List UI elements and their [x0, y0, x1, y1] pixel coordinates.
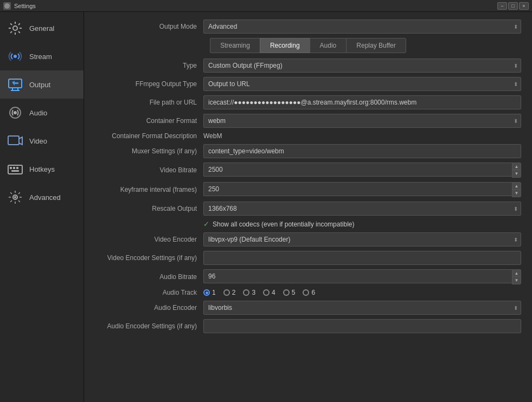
- ffmpeg-output-type-control: Output to URL Output to File: [203, 77, 521, 91]
- maximize-button[interactable]: □: [508, 2, 518, 10]
- video-bitrate-spinbox: ▲ ▼: [512, 163, 522, 178]
- type-select[interactable]: Custom Output (FFmpeg) Standard: [203, 59, 521, 73]
- keyframe-interval-input[interactable]: [203, 182, 512, 196]
- muxer-settings-label: Muxer Settings (if any): [95, 147, 203, 155]
- keyframe-interval-spinbox: ▲ ▼: [512, 182, 522, 197]
- muxer-settings-row: Muxer Settings (if any): [95, 144, 521, 158]
- sidebar-label-audio: Audio: [29, 109, 47, 117]
- video-bitrate-input[interactable]: [203, 163, 512, 177]
- sidebar-item-video[interactable]: Video: [0, 127, 84, 155]
- audio-track-label-2: 2: [232, 289, 236, 296]
- ffmpeg-output-type-select[interactable]: Output to URL Output to File: [203, 77, 521, 91]
- audio-track-label-6: 6: [311, 289, 315, 296]
- type-control: Custom Output (FFmpeg) Standard: [203, 59, 521, 73]
- audio-bitrate-input[interactable]: [203, 269, 512, 283]
- sidebar-label-general: General: [29, 24, 54, 33]
- tab-recording[interactable]: Recording: [260, 38, 310, 53]
- container-format-desc-value: WebM: [203, 130, 222, 142]
- title-bar-icon: [3, 2, 11, 10]
- audio-track-2[interactable]: 2: [223, 289, 236, 296]
- radio-circle-3: [243, 289, 249, 296]
- container-format-desc-control: WebM: [203, 132, 521, 140]
- gear-icon: [7, 20, 24, 37]
- keyframe-interval-up[interactable]: ▲: [512, 183, 521, 190]
- rescale-output-label: Rescale Output: [95, 205, 203, 212]
- title-bar-title: Settings: [14, 3, 497, 9]
- audio-bitrate-up[interactable]: ▲: [512, 270, 521, 277]
- sidebar-label-output: Output: [29, 81, 50, 89]
- ffmpeg-output-type-row: FFmpeg Output Type Output to URL Output …: [95, 77, 521, 91]
- output-mode-label: Output Mode: [95, 23, 203, 30]
- audio-track-5[interactable]: 5: [283, 289, 296, 296]
- show-all-codecs-label: Show all codecs (even if potentially inc…: [213, 221, 354, 228]
- sidebar-item-output[interactable]: Output: [0, 70, 84, 99]
- keyframe-interval-control: ▲ ▼: [203, 182, 521, 197]
- video-bitrate-down[interactable]: ▼: [512, 170, 521, 177]
- show-all-codecs-row: ✓ Show all codecs (even if potentially i…: [95, 220, 521, 228]
- audio-track-control: 1 2 3 4: [203, 289, 521, 296]
- keyframe-interval-label: Keyframe interval (frames): [95, 186, 203, 193]
- audio-icon: [7, 104, 24, 121]
- tabs-row: Streaming Recording Audio Replay Buffer: [95, 38, 521, 53]
- audio-track-1[interactable]: 1: [203, 289, 216, 296]
- title-bar: Settings − □ ×: [0, 0, 532, 12]
- audio-encoder-label: Audio Encoder: [95, 304, 203, 312]
- hotkeys-icon: [7, 160, 24, 178]
- video-encoder-settings-input[interactable]: [203, 251, 521, 265]
- audio-bitrate-spinbox: ▲ ▼: [512, 269, 522, 284]
- video-icon: [7, 132, 24, 150]
- audio-encoder-control: libvorbis aac mp3: [203, 301, 521, 315]
- minimize-button[interactable]: −: [497, 2, 507, 10]
- audio-encoder-settings-control: [203, 319, 521, 333]
- audio-encoder-settings-input[interactable]: [203, 319, 521, 333]
- sidebar-label-stream: Stream: [29, 53, 52, 61]
- audio-track-label-1: 1: [212, 289, 216, 296]
- video-bitrate-up[interactable]: ▲: [512, 163, 521, 170]
- rescale-output-select[interactable]: 1366x768 1920x1080 1280x720: [203, 202, 521, 216]
- svg-rect-14: [11, 170, 19, 172]
- container-format-control: webm mp4 mkv: [203, 114, 521, 128]
- sidebar-item-hotkeys[interactable]: Hotkeys: [0, 155, 84, 183]
- output-icon: [7, 76, 24, 93]
- type-label: Type: [95, 62, 203, 69]
- video-encoder-select[interactable]: libvpx-vp9 (Default Encoder) libx264 nve…: [203, 232, 521, 247]
- audio-encoder-select[interactable]: libvorbis aac mp3: [203, 301, 521, 315]
- rescale-output-control: 1366x768 1920x1080 1280x720: [203, 202, 521, 216]
- muxer-settings-input[interactable]: [203, 144, 521, 158]
- file-path-input[interactable]: [203, 95, 521, 109]
- svg-rect-13: [16, 167, 18, 169]
- output-mode-select[interactable]: Advanced Simple: [203, 20, 521, 34]
- sidebar-item-advanced[interactable]: Advanced: [0, 183, 84, 211]
- video-bitrate-control: ▲ ▼: [203, 163, 521, 178]
- sidebar-item-audio[interactable]: Audio: [0, 99, 84, 127]
- audio-track-4[interactable]: 4: [263, 289, 275, 296]
- video-encoder-control: libvpx-vp9 (Default Encoder) libx264 nve…: [203, 232, 521, 247]
- tab-streaming[interactable]: Streaming: [210, 38, 260, 53]
- tab-audio[interactable]: Audio: [310, 38, 347, 53]
- keyframe-interval-down[interactable]: ▼: [512, 190, 521, 197]
- radio-circle-5: [283, 289, 290, 296]
- muxer-settings-control: [203, 144, 521, 158]
- sidebar-item-general[interactable]: General: [0, 14, 84, 42]
- audio-track-3[interactable]: 3: [243, 289, 255, 296]
- container-format-row: Container Format webm mp4 mkv: [95, 114, 521, 128]
- audio-bitrate-down[interactable]: ▼: [512, 277, 521, 284]
- sidebar-item-stream[interactable]: Stream: [0, 42, 84, 70]
- tab-replay-buffer[interactable]: Replay Buffer: [346, 38, 406, 53]
- stream-icon: [7, 48, 24, 65]
- container-format-select[interactable]: webm mp4 mkv: [203, 114, 521, 128]
- audio-track-6[interactable]: 6: [303, 289, 315, 296]
- container-format-label: Container Format: [95, 117, 203, 125]
- audio-track-radio-group: 1 2 3 4: [203, 289, 521, 296]
- file-path-label: File path or URL: [95, 99, 203, 106]
- ffmpeg-output-type-label: FFmpeg Output Type: [95, 80, 203, 88]
- radio-circle-1: [203, 289, 210, 296]
- file-path-row: File path or URL: [95, 95, 521, 109]
- audio-bitrate-row: Audio Bitrate ▲ ▼: [95, 269, 521, 284]
- audio-encoder-settings-row: Audio Encoder Settings (if any): [95, 319, 521, 333]
- close-button[interactable]: ×: [519, 2, 529, 10]
- audio-track-label-4: 4: [272, 289, 275, 296]
- container-format-desc-row: Container Format Description WebM: [95, 132, 521, 140]
- audio-encoder-row: Audio Encoder libvorbis aac mp3: [95, 301, 521, 315]
- file-path-control: [203, 95, 521, 109]
